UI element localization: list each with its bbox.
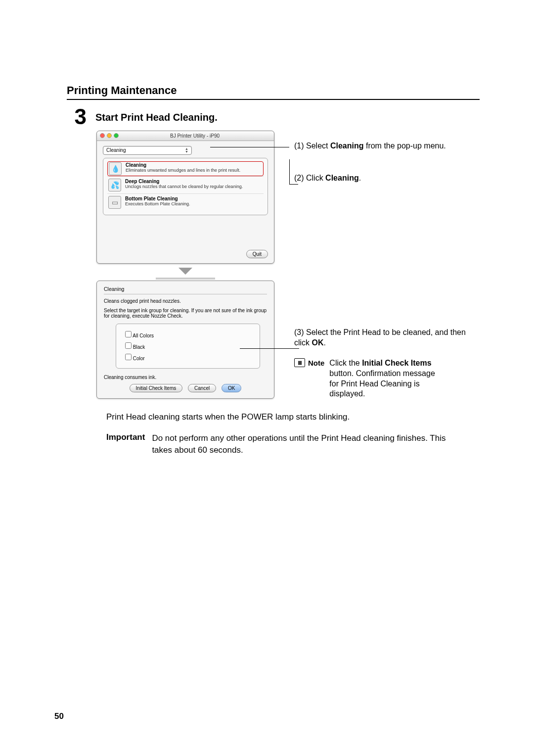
option-color-label: Color xyxy=(133,356,145,361)
window-title: BJ Printer Utility - iP90 xyxy=(119,133,271,139)
utility-window: BJ Printer Utility - iP90 Cleaning ▲▼ 💧 … xyxy=(96,131,274,264)
annotation-2-pre: (2) Click xyxy=(294,174,325,182)
note-block: ≣ Note Click the Initial Check Items but… xyxy=(294,358,480,399)
function-list: 💧 Cleaning Eliminates unwanted smudges a… xyxy=(103,158,268,215)
annotation-2-bold: Cleaning xyxy=(325,174,359,182)
section-title: Printing Maintenance xyxy=(67,84,480,100)
annotation-3-post: . xyxy=(324,338,326,347)
dialog-footer-note: Cleaning consumes ink. xyxy=(104,375,267,380)
mode-popup-value: Cleaning xyxy=(106,147,126,153)
option-all-colors-label: All Colors xyxy=(133,333,154,338)
step-title: Start Print Head Cleaning. xyxy=(95,107,218,123)
function-bottom-plate[interactable]: ▭ Bottom Plate Cleaning Executes Bottom … xyxy=(107,193,264,211)
annotation-2-post: . xyxy=(359,174,361,182)
function-cleaning[interactable]: 💧 Cleaning Eliminates unwanted smudges a… xyxy=(107,161,264,176)
zoom-icon[interactable] xyxy=(114,133,119,138)
dialog-title: Cleaning xyxy=(104,286,267,292)
initial-check-items-button[interactable]: Initial Check Items xyxy=(130,384,183,392)
dialog-instruction: Select the target ink group for cleaning… xyxy=(104,308,267,319)
ink-group-options: All Colors Black Color xyxy=(116,324,260,369)
mode-popup[interactable]: Cleaning ▲▼ xyxy=(103,146,192,155)
close-icon[interactable] xyxy=(100,133,105,138)
page-number: 50 xyxy=(54,711,64,721)
annotation-2: (2) Click Cleaning. xyxy=(294,173,480,184)
step-number: 3 xyxy=(67,107,87,127)
annotation-1-pre: (1) Select xyxy=(294,142,330,150)
spray-icon: 💦 xyxy=(108,179,121,191)
annotation-3-bold: OK xyxy=(312,338,324,347)
checkbox-color[interactable] xyxy=(125,354,132,360)
dialog-subtitle: Cleans clogged print head nozzles. xyxy=(104,298,267,304)
function-deep-cleaning-desc: Unclogs nozzles that cannot be cleared b… xyxy=(125,184,243,189)
minimize-icon[interactable] xyxy=(107,133,112,138)
function-bottom-plate-desc: Executes Bottom Plate Cleaning. xyxy=(125,201,190,206)
arrow-down-icon xyxy=(178,268,192,275)
option-color[interactable]: Color xyxy=(125,352,251,363)
body-paragraph: Print Head cleaning starts when the POWE… xyxy=(106,411,452,424)
note-label: Note xyxy=(308,358,324,368)
checkbox-black[interactable] xyxy=(125,342,132,349)
note-text: Click the Initial Check Items button. Co… xyxy=(329,358,443,399)
important-text: Do not perform any other operations unti… xyxy=(152,432,452,457)
annotation-1: (1) Select Cleaning from the pop-up menu… xyxy=(294,141,480,151)
traffic-lights xyxy=(100,133,119,138)
quit-button[interactable]: Quit xyxy=(246,250,268,258)
window-titlebar: BJ Printer Utility - iP90 xyxy=(97,131,274,141)
annotation-1-post: from the pop-up menu. xyxy=(363,142,445,150)
option-all-colors[interactable]: All Colors xyxy=(125,329,251,340)
chevron-updown-icon: ▲▼ xyxy=(185,147,188,153)
droplet-icon: 💧 xyxy=(109,162,122,175)
function-cleaning-desc: Eliminates unwanted smudges and lines in… xyxy=(126,168,240,173)
annotation-1-bold: Cleaning xyxy=(330,142,364,150)
function-bottom-plate-title: Bottom Plate Cleaning xyxy=(125,196,190,201)
note-text-post: button. Confirmation message for Print H… xyxy=(329,369,435,398)
important-label: Important xyxy=(106,432,145,457)
function-deep-cleaning[interactable]: 💦 Deep Cleaning Unclogs nozzles that can… xyxy=(107,176,264,193)
plate-icon: ▭ xyxy=(108,196,121,209)
ok-button[interactable]: OK xyxy=(222,384,241,392)
function-cleaning-title: Cleaning xyxy=(126,162,240,168)
function-deep-cleaning-title: Deep Cleaning xyxy=(125,179,243,184)
flow-arrow xyxy=(96,268,274,280)
option-black[interactable]: Black xyxy=(125,340,251,352)
cancel-button[interactable]: Cancel xyxy=(188,384,216,392)
note-text-pre: Click the xyxy=(329,359,362,367)
checkbox-all-colors[interactable] xyxy=(125,331,132,337)
annotation-3: (3) Select the Print Head to be cleaned,… xyxy=(294,327,480,348)
note-text-bold: Initial Check Items xyxy=(362,359,432,367)
cleaning-dialog: Cleaning Cleans clogged print head nozzl… xyxy=(96,281,274,399)
note-icon: ≣ xyxy=(294,358,305,367)
option-black-label: Black xyxy=(133,344,145,350)
